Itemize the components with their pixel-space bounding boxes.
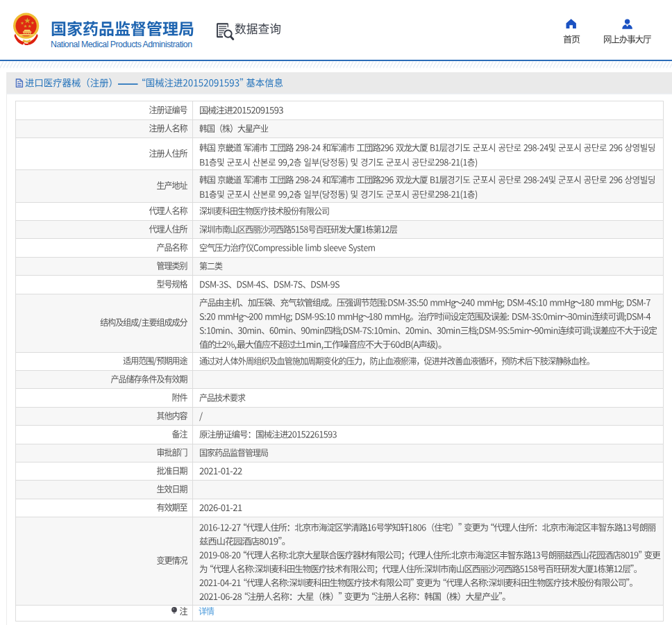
svg-text:National Medical Products Admi: National Medical Products Administration — [51, 40, 192, 49]
